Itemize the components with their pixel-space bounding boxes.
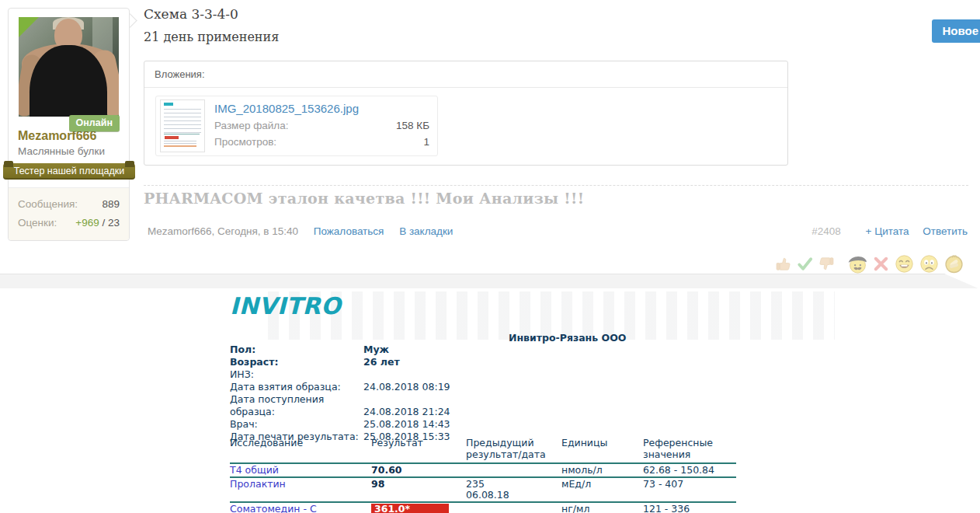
messages-stat: Сообщения: 889 <box>18 195 120 214</box>
member-card: Онлайн Mezamorf666 Маслянные булки Тесте… <box>8 8 130 241</box>
size-label: Размер файла: <box>214 118 288 134</box>
info-row: Дата поступления образца:24.08.2018 21:2… <box>230 393 450 418</box>
info-row: ИНЗ: <box>230 368 450 381</box>
sad-smiley-icon[interactable] <box>919 253 940 274</box>
info-row: Врач:25.08.2018 14:43 <box>230 418 450 431</box>
table-header-row: Исследование Результат Предыдущий резуль… <box>230 437 736 464</box>
info-row: Пол:Муж <box>230 344 450 356</box>
invitro-logo: INVITRO <box>230 292 341 319</box>
post-number[interactable]: #2408 <box>811 225 841 237</box>
ratings-total: / 23 <box>99 217 120 229</box>
lab-report-image[interactable]: INVITRO Инвитро-Рязань ООО Пол:Муж Возра… <box>0 288 980 513</box>
thumbs-down-icon[interactable] <box>818 255 836 273</box>
new-posts-button[interactable]: Новое <box>932 19 980 43</box>
author-and-date: Mezamorf666, Сегодня, в 15:40 <box>148 225 298 237</box>
attachment-views-row: Просмотров: 1 <box>214 134 429 151</box>
post-separator <box>144 185 968 186</box>
reaction-bar <box>774 253 964 274</box>
views-value: 1 <box>423 134 429 151</box>
post-meta-left: Mezamorf666, Сегодня, в 15:40 Пожаловать… <box>148 225 453 237</box>
out-of-range-result: 361.0* <box>371 504 449 513</box>
attachment-filename-link[interactable]: IMG_20180825_153626.jpg <box>214 102 429 115</box>
avatar-corner-ribbon-icon <box>19 17 39 37</box>
ratings-positive: +969 <box>75 217 99 229</box>
info-row: Дата взятия образца:24.08.2018 08:19 <box>230 381 450 393</box>
beret-smiley-icon[interactable] <box>847 253 868 274</box>
check-icon[interactable] <box>796 255 814 273</box>
report-link[interactable]: Пожаловаться <box>314 225 384 237</box>
red-x-icon[interactable] <box>872 255 890 273</box>
views-label: Просмотров: <box>214 134 276 151</box>
user-role-ribbon: Тестер нашей площадки <box>3 163 135 180</box>
size-value: 158 КБ <box>396 118 429 134</box>
grin-smiley-icon[interactable] <box>894 253 915 274</box>
attachment-thumbnail[interactable] <box>160 99 205 152</box>
attachments-box: Вложения: IMG_20180825_153626.jpg Размер… <box>144 61 788 166</box>
post-title-line1: Схема 3-3-4-0 <box>144 6 238 22</box>
post-meta-right: #2408 + Цитата Ответить <box>811 225 968 237</box>
section-divider-band <box>0 274 980 288</box>
avatar[interactable]: Онлайн <box>19 17 119 117</box>
online-status-badge: Онлайн <box>69 115 120 131</box>
quote-link[interactable]: + Цитата <box>866 225 909 237</box>
clap-medal-icon[interactable] <box>944 253 964 274</box>
attachment-info: IMG_20180825_153626.jpg Размер файла: 15… <box>211 96 437 155</box>
attachment-size-row: Размер файла: 158 КБ <box>214 118 429 134</box>
lab-branch-name: Инвитро-Рязань ООО <box>509 332 626 344</box>
table-row: Пролактин 98 235 06.08.18 мЕд/л 73 - 407 <box>230 478 736 503</box>
ratings-value[interactable]: +969 / 23 <box>75 214 120 232</box>
table-row: Соматомедин - С 361.0* нг/мл 121 - 336 <box>230 503 736 513</box>
attachment-item[interactable]: IMG_20180825_153626.jpg Размер файла: 15… <box>155 96 438 156</box>
messages-label: Сообщения: <box>18 195 78 214</box>
messages-value[interactable]: 889 <box>102 195 120 214</box>
ratings-label: Оценки: <box>18 214 57 232</box>
table-row: Т4 общий 70.60 нмоль/л 62.68 - 150.84 <box>230 464 736 478</box>
reply-link[interactable]: Ответить <box>923 225 968 237</box>
user-custom-title: Маслянные булки <box>18 145 120 157</box>
thumbs-up-icon[interactable] <box>774 255 792 273</box>
user-stats: Сообщения: 889 Оценки: +969 / 23 <box>9 187 129 240</box>
forum-post-page: Онлайн Mezamorf666 Маслянные булки Тесте… <box>0 0 980 513</box>
results-table: Исследование Результат Предыдущий резуль… <box>230 437 736 513</box>
avatar-photo[interactable] <box>19 17 119 117</box>
attachments-header: Вложения: <box>144 61 787 88</box>
ratings-stat: Оценки: +969 / 23 <box>18 214 120 232</box>
info-row: Возраст:26 лет <box>230 356 450 368</box>
patient-info: Пол:Муж Возраст:26 лет ИНЗ: Дата взятия … <box>230 344 450 443</box>
post-signature-heading: PHARMACOM эталон качетва !!! Мои Анализы… <box>144 190 584 207</box>
bookmark-link[interactable]: В закладки <box>399 225 453 237</box>
post-title-line2: 21 день применения <box>144 30 279 44</box>
